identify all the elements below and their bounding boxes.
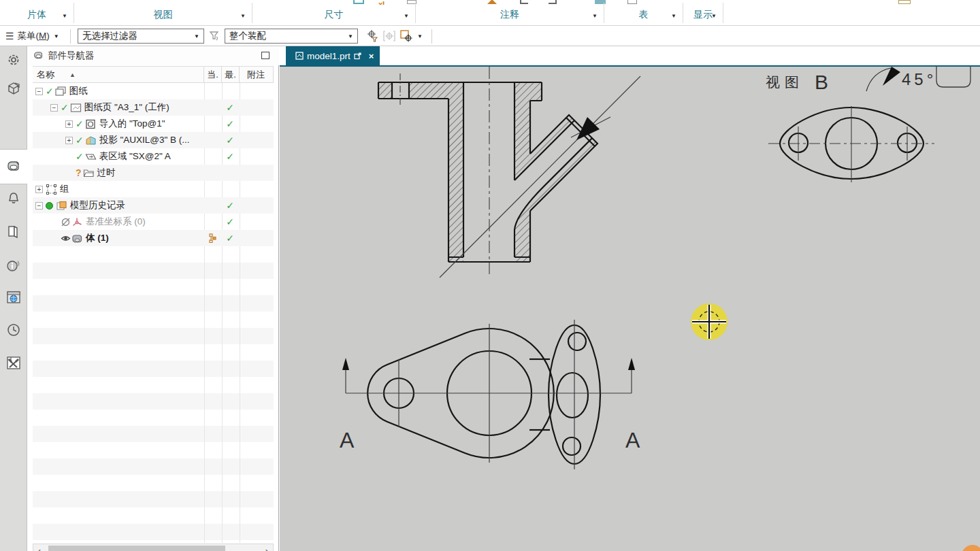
chevron-down-icon[interactable]: ▼ (240, 13, 246, 19)
close-icon[interactable]: × (369, 51, 374, 61)
column-header-current[interactable]: 当. (204, 67, 222, 82)
aux-view-label: 视图 (766, 74, 804, 90)
panel-header: 部件导航器 (27, 46, 279, 65)
chevron-down-icon: ▼ (348, 33, 353, 39)
resource-bar (0, 46, 27, 551)
section-letter-left: A (340, 428, 355, 452)
ribbon-icon-fragment (487, 0, 497, 4)
ribbon-group-dimension[interactable]: 尺寸 ▼ (252, 5, 415, 24)
ribbon-icon-fragment: xL (378, 0, 391, 5)
column-header-latest[interactable]: 最. (222, 67, 240, 82)
tree-row-datum-csys[interactable]: 基准坐标系 (0) ✓ (33, 214, 274, 230)
chevron-down-icon[interactable]: ▼ (671, 13, 676, 19)
ribbon-group-label: 视图 (154, 9, 173, 21)
check-icon: ✓ (226, 151, 234, 162)
expand-icon[interactable]: + (35, 186, 43, 193)
tree-row-group[interactable]: + 组 (33, 181, 274, 197)
chevron-down-icon[interactable]: ▼ (404, 13, 409, 19)
eye-icon[interactable] (61, 233, 71, 244)
ribbon-group-view[interactable]: 视图 ▼ (74, 5, 252, 24)
tree-row-model-history[interactable]: − 模型历史记录 ✓ (33, 197, 274, 214)
ribbon-group-label: 显示 (693, 9, 713, 21)
history-clock-icon[interactable] (6, 322, 21, 337)
check-icon: ✓ (61, 102, 69, 113)
projected-view-icon (85, 135, 97, 146)
aux-angle-label: 45° (902, 70, 936, 88)
assembly-cube-icon[interactable] (6, 81, 21, 96)
section-arrow-icon (342, 358, 349, 370)
section-letter-right: A (625, 428, 640, 452)
snap-point-icon[interactable] (366, 30, 378, 42)
panel-maximize-button[interactable] (261, 52, 270, 59)
drawing-sheets-icon (55, 86, 67, 97)
scroll-left-icon[interactable]: ‹ (33, 546, 46, 551)
question-icon: ? (76, 167, 82, 178)
tree-row-imported-view[interactable]: + ✓ 导入的 "Top@1" ✓ (33, 116, 274, 132)
check-icon: ✓ (226, 233, 234, 244)
check-icon: ✓ (76, 118, 84, 129)
check-icon: ✓ (226, 102, 234, 113)
column-header-note[interactable]: 附注 (240, 67, 272, 82)
chevron-down-icon[interactable]: ▼ (592, 13, 598, 19)
tools-icon[interactable] (6, 355, 21, 370)
bell-icon[interactable] (6, 191, 21, 206)
expand-icon[interactable]: + (65, 137, 73, 144)
ribbon-group-sheet[interactable]: 片体 ▼ (0, 5, 74, 24)
green-status-icon (46, 202, 53, 210)
aux-view-b: 视图 B 45° (766, 67, 936, 182)
scrollbar-thumb[interactable] (48, 546, 225, 551)
point-on-geometry-icon[interactable] (400, 30, 414, 42)
horizontal-scrollbar[interactable]: ‹ › (33, 544, 274, 551)
scope-dropdown[interactable]: 整个装配 ▼ (225, 29, 358, 44)
expand-icon[interactable]: + (65, 120, 73, 128)
ribbon-group-table[interactable]: 表 ▼ (604, 5, 683, 24)
datum-csys-icon (71, 217, 83, 227)
menu-bar: ☰ 菜单(M) ▼ 无选择过滤器 ▼ 整个装配 ▼ (0, 27, 980, 46)
gear-icon[interactable] (6, 52, 21, 67)
filter-reset-icon[interactable] (209, 31, 220, 41)
eye-slash-icon[interactable] (61, 217, 71, 227)
orange-marker (962, 545, 980, 551)
chevron-down-icon[interactable]: ▼ (417, 27, 423, 46)
column-header-name[interactable]: 名称 ▲ (33, 67, 204, 82)
tree-row-obsolete[interactable]: ? 过时 (33, 165, 274, 181)
selection-filter-dropdown[interactable]: 无选择过滤器 ▼ (78, 29, 204, 44)
check-icon: ✓ (76, 151, 84, 162)
tab-model1-prt[interactable]: model1.prt × (286, 46, 380, 65)
document-tab-bar: model1.prt × (280, 46, 980, 65)
scope-value: 整个装配 (229, 30, 266, 42)
collapse-icon[interactable]: − (35, 202, 43, 210)
menu-label: 菜单(M) (18, 30, 50, 42)
books-icon[interactable] (6, 224, 21, 239)
tree-row-body[interactable]: 体 (1) ✓ (33, 230, 274, 246)
part-navigator-panel: 部件导航器 名称 ▲ 当. 最. 附注 − ✓ (27, 46, 279, 551)
modified-icon[interactable] (354, 52, 361, 60)
tree-row-projected-view[interactable]: + ✓ 投影 "AUXIL@3" B (... ✓ (33, 132, 274, 148)
drawing-canvas[interactable]: 视图 B 45° (280, 67, 980, 551)
chevron-down-icon[interactable]: ▼ (711, 13, 717, 19)
info-icon[interactable] (6, 258, 21, 273)
collapse-icon[interactable]: − (50, 104, 58, 112)
tab-title: model1.prt (307, 51, 350, 61)
cursor-highlight (691, 303, 728, 340)
part-navigator-icon (33, 50, 44, 61)
view-direction-arrow (440, 76, 640, 278)
menu-button[interactable]: ☰ 菜单(M) ▼ (5, 27, 59, 46)
clipped-geometry (936, 67, 970, 87)
ribbon-icon-fragment (549, 0, 557, 4)
web-browser-icon[interactable] (6, 290, 21, 305)
collapse-icon[interactable]: − (35, 88, 43, 95)
tree-row-drawing[interactable]: − ✓ 图纸 (33, 83, 274, 99)
ribbon-group-display[interactable]: 显示 ▼ (683, 5, 723, 24)
group-icon (46, 184, 57, 195)
part-navigator-icon[interactable] (6, 159, 21, 174)
ribbon-group-label: 片体 (27, 9, 46, 21)
drawing-file-icon (295, 52, 304, 60)
tree-row-table-section[interactable]: ✓ 表区域 "SX@2" A ✓ (33, 148, 274, 165)
tree-row-sheet-a3[interactable]: − ✓ 图纸页 "A3_1" (工作) ✓ (33, 99, 274, 116)
check-icon: ✓ (226, 118, 234, 129)
scroll-right-icon[interactable]: › (261, 546, 273, 551)
snap-point-disabled-icon (383, 30, 395, 42)
chevron-down-icon[interactable]: ▼ (62, 13, 67, 19)
ribbon-group-annotation[interactable]: 注释 ▼ (416, 5, 604, 24)
